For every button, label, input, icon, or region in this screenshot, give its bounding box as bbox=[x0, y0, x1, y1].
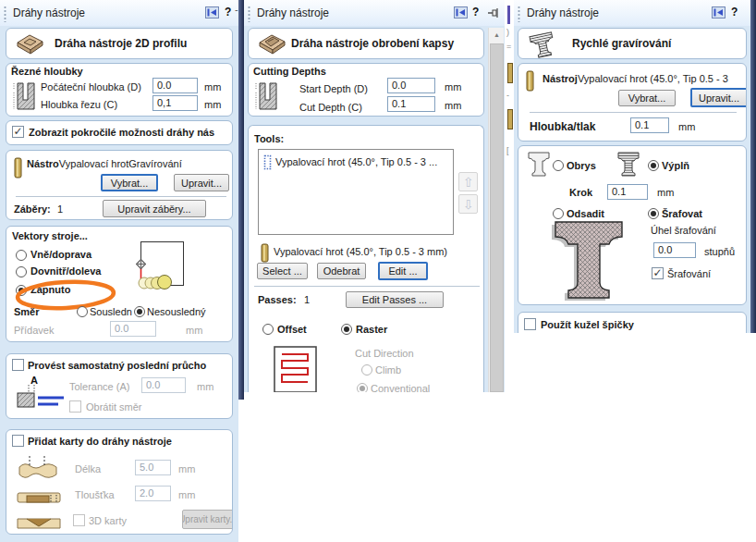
radio-outline-label[interactable]: Obrys bbox=[567, 160, 596, 171]
section-title: Řezné hloubky bbox=[11, 66, 83, 77]
view-edge-strip bbox=[750, 0, 756, 333]
radio-climb-label[interactable]: Sousledn bbox=[90, 306, 134, 317]
dock-icon[interactable] bbox=[712, 6, 726, 20]
toolpath-header: Rychlé gravírování bbox=[518, 28, 747, 59]
grip-handle[interactable] bbox=[4, 6, 6, 22]
last-pass-checkbox[interactable] bbox=[12, 359, 24, 371]
edit-passes-button[interactable]: Edit Passes ... bbox=[346, 291, 444, 308]
radio-raster[interactable] bbox=[341, 324, 352, 335]
grip-handle[interactable] bbox=[518, 6, 520, 22]
profile-toolpath-icon bbox=[14, 31, 45, 59]
move-down-icon[interactable]: ⇩ bbox=[458, 194, 478, 214]
last-pass-section: Provést samostatný poslední průcho A Tol… bbox=[6, 353, 233, 419]
radio-hatch[interactable] bbox=[648, 208, 659, 219]
edit-tool-button[interactable]: Upravit... bbox=[690, 88, 747, 107]
radio-fill-label[interactable]: Výplň bbox=[662, 160, 689, 171]
edit-tabs-button[interactable]: Upravit karty... bbox=[182, 510, 233, 529]
depth-flow-label: Hloubka/tlak bbox=[530, 120, 595, 133]
cone-tip-label: Použít kužel špičky bbox=[541, 319, 744, 330]
unit-label: mm bbox=[197, 381, 213, 392]
radio-outline[interactable] bbox=[553, 160, 564, 171]
cut-depth-input[interactable]: 0,1 bbox=[152, 95, 198, 111]
edit-passes-button[interactable]: Upravit záběry... bbox=[103, 200, 206, 217]
radio-inside[interactable] bbox=[16, 266, 27, 277]
radio-conventional[interactable] bbox=[357, 383, 368, 392]
radio-climb-label[interactable]: Climb bbox=[375, 364, 401, 376]
panel-title: Dráhy nástroje bbox=[527, 6, 599, 19]
remove-tool-button[interactable]: Odebrat bbox=[317, 263, 366, 279]
outline-t-icon bbox=[526, 150, 552, 179]
cut-depth-input[interactable]: 0.1 bbox=[387, 96, 435, 112]
tool-name-line: NástrojVypalovací hrot (45.0°, Tip 0.5 -… bbox=[543, 73, 744, 84]
depth-profile-icon bbox=[11, 80, 37, 115]
scrollbar-thumb[interactable] bbox=[490, 43, 504, 392]
dock-icon[interactable] bbox=[454, 6, 468, 20]
unit-label: mm bbox=[678, 121, 695, 132]
radio-climb[interactable] bbox=[361, 364, 372, 376]
radio-fill[interactable] bbox=[648, 160, 659, 171]
unit-label: mm bbox=[657, 187, 674, 198]
passes-value: 1 bbox=[304, 294, 310, 305]
tool-label: Nástro bbox=[27, 158, 59, 169]
radio-inside-label[interactable]: Dovnitř/doleva bbox=[30, 265, 101, 277]
hatch-angle-input[interactable]: 0.0 bbox=[653, 242, 696, 258]
section-title: Vektory stroje... bbox=[12, 230, 88, 241]
radio-outside[interactable] bbox=[16, 250, 27, 261]
hatching-checkbox[interactable]: ✓ bbox=[652, 267, 664, 279]
tolerance-input[interactable]: 0.0 bbox=[141, 377, 186, 393]
reverse-direction-checkbox[interactable] bbox=[69, 400, 81, 413]
radio-raster-label[interactable]: Raster bbox=[356, 324, 387, 335]
start-depth-input[interactable]: 0.0 bbox=[387, 78, 435, 93]
radio-hatch-label[interactable]: Šrafovat bbox=[662, 208, 702, 219]
radio-conventional-label[interactable]: Nesousledný bbox=[147, 306, 206, 317]
select-tool-button[interactable]: Select ... bbox=[257, 263, 308, 279]
radio-outside-label[interactable]: Vně/doprava bbox=[30, 249, 91, 260]
help-icon[interactable]: ? bbox=[472, 6, 479, 18]
help-icon[interactable]: ? bbox=[731, 6, 738, 18]
tool-name-line: NástroVypalovací hrotGravírování bbox=[27, 158, 228, 169]
panel-titlebar: Dráhy nástroje ? - bbox=[0, 0, 238, 26]
step-input[interactable]: 0.1 bbox=[607, 184, 648, 200]
select-tool-button[interactable]: Vybrat... bbox=[618, 90, 676, 106]
advanced-options-section: ✓ Zobrazit pokročilé možnosti dráhy nás bbox=[6, 120, 233, 145]
depth-profile-icon bbox=[253, 80, 279, 115]
start-depth-label: Počáteční hloubka (D) bbox=[41, 81, 141, 92]
radio-conventional[interactable] bbox=[134, 306, 145, 317]
engraving-t-icon bbox=[528, 31, 557, 59]
tool-list-item[interactable]: Vypalovací hrot (45.0°, Tip 0.5 - 3 ... bbox=[275, 156, 451, 167]
scrollbar[interactable]: ▲ bbox=[488, 28, 504, 392]
panel-titlebar: Dráhy nástroje ? bbox=[514, 0, 750, 26]
tool-list[interactable]: Vypalovací hrot (45.0°, Tip 0.5 - 3 ... bbox=[258, 149, 454, 235]
dock-icon[interactable] bbox=[205, 6, 219, 20]
passes-label: Passes: bbox=[258, 294, 297, 305]
edit-tool-button[interactable]: Upravit... bbox=[174, 174, 229, 191]
select-tool-button[interactable]: Vybrat... bbox=[101, 174, 158, 191]
move-up-icon[interactable]: ⇧ bbox=[458, 172, 478, 191]
add-tabs-checkbox[interactable] bbox=[12, 435, 24, 447]
cut-direction-label: Cut Direction bbox=[355, 348, 414, 359]
edit-tool-button[interactable]: Edit ... bbox=[378, 262, 428, 280]
vector-direction-diagram bbox=[132, 240, 193, 299]
scroll-up-icon[interactable]: ▲ bbox=[489, 28, 505, 43]
radio-offset-label[interactable]: Offset bbox=[277, 324, 307, 335]
help-icon[interactable]: ? bbox=[225, 6, 231, 18]
depth-input[interactable]: 0.1 bbox=[630, 117, 669, 133]
radio-offset[interactable] bbox=[262, 324, 274, 335]
start-depth-input[interactable]: 0.0 bbox=[152, 78, 198, 93]
grip-handle[interactable] bbox=[248, 6, 250, 22]
pin-icon[interactable] bbox=[487, 7, 499, 20]
last-pass-label: Provést samostatný poslední průcho bbox=[28, 360, 232, 371]
radio-climb[interactable] bbox=[77, 306, 88, 317]
machine-vectors-section: Vektory stroje... Vně/doprava Dovnitř/do… bbox=[6, 226, 233, 342]
radio-conventional-label[interactable]: Conventional bbox=[371, 383, 430, 392]
cut-depth-label: Hloubka řezu (C) bbox=[41, 99, 117, 110]
advanced-options-checkbox[interactable]: ✓ bbox=[12, 126, 24, 138]
tab-thickness-input[interactable]: 2.0 bbox=[135, 486, 171, 501]
sliver-fragment bbox=[507, 109, 513, 129]
allowance-input[interactable]: 0.0 bbox=[110, 321, 156, 337]
unit-label: mm bbox=[186, 325, 202, 336]
tabs-3d-checkbox[interactable] bbox=[73, 514, 85, 526]
tab-length-input[interactable]: 5.0 bbox=[135, 460, 171, 475]
toolpath-header: Dráha nástroje 2D profilu bbox=[6, 28, 233, 59]
cone-tip-checkbox[interactable] bbox=[524, 318, 536, 330]
